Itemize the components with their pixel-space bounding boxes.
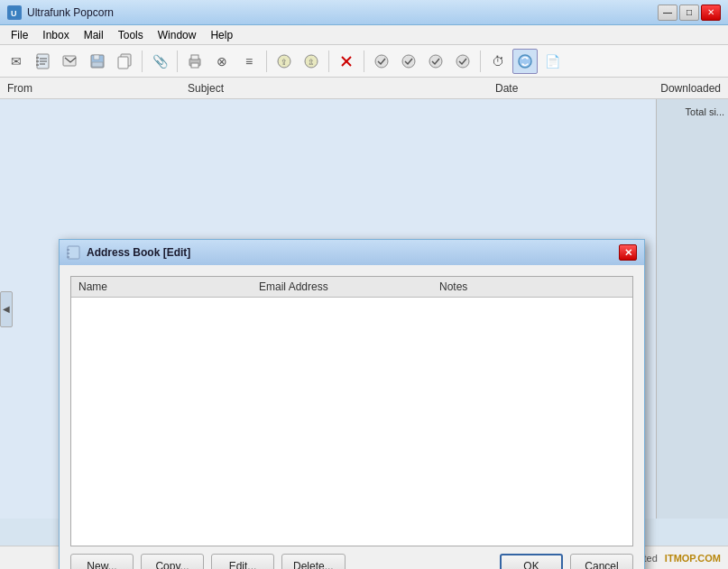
column-headers: From Subject Date Downloaded (0, 78, 728, 99)
table-header: Name Email Address Notes (71, 277, 632, 298)
app-icon: U (7, 5, 22, 20)
compose-button[interactable]: ✉ (4, 49, 29, 74)
svg-rect-12 (92, 62, 103, 67)
menu-inbox[interactable]: Inbox (35, 27, 76, 43)
svg-text:⇪: ⇪ (281, 58, 288, 67)
svg-rect-32 (67, 256, 69, 258)
svg-point-27 (456, 55, 469, 68)
copy-button[interactable] (112, 49, 137, 74)
svg-point-24 (375, 55, 388, 68)
dialog-close-button[interactable]: ✕ (619, 244, 637, 261)
toolbar: ✉ 📎 (0, 45, 728, 78)
separator-1 (142, 50, 143, 72)
menu-tools[interactable]: Tools (111, 27, 151, 43)
dialog-buttons: New... Copy... Edit... Delete... OK Canc… (70, 546, 633, 569)
edit-button[interactable]: Edit... (211, 554, 274, 569)
svg-text:⇫: ⇫ (308, 58, 315, 67)
maximize-button[interactable]: □ (679, 5, 699, 21)
col-date: Date (495, 82, 631, 95)
menu-mail[interactable]: Mail (77, 27, 111, 43)
close-button[interactable]: ✕ (701, 5, 721, 21)
menu-help[interactable]: Help (203, 27, 240, 43)
check2-button[interactable] (396, 49, 421, 74)
dialog-overlay: Address Book [Edit] ✕ Name Email Address… (0, 99, 728, 519)
check3-button[interactable] (423, 49, 448, 74)
dialog-title-icon (67, 245, 81, 260)
dialog-content: Name Email Address Notes New... Copy... … (60, 265, 644, 569)
separator-5 (364, 50, 364, 72)
separator-4 (328, 50, 329, 72)
menu-window[interactable]: Window (151, 27, 204, 43)
watermark: ITMOP.COM (665, 553, 721, 564)
print-button[interactable] (182, 49, 207, 74)
cancel-button[interactable]: Cancel (570, 554, 633, 569)
col-downloaded: Downloaded (631, 82, 721, 95)
delete-button-dialog[interactable]: Delete... (281, 554, 346, 569)
dialog-title-bar: Address Book [Edit] ✕ (60, 240, 644, 265)
svg-rect-17 (191, 63, 198, 68)
address-book-table: Name Email Address Notes (70, 276, 633, 546)
ok-button[interactable]: OK (500, 554, 563, 569)
svg-rect-16 (191, 55, 198, 60)
minimize-button[interactable]: — (658, 5, 677, 21)
dialog-buttons-right: OK Cancel (500, 554, 633, 569)
save-button[interactable] (85, 49, 110, 74)
new-button[interactable]: New... (70, 554, 134, 569)
copy-button-dialog[interactable]: Copy... (141, 554, 204, 569)
svg-text:U: U (11, 9, 17, 18)
svg-rect-4 (36, 60, 39, 62)
svg-rect-31 (67, 252, 69, 254)
svg-rect-11 (94, 55, 99, 60)
timer-button[interactable]: ⏱ (485, 49, 511, 74)
menu-file[interactable]: File (4, 27, 35, 43)
col-name-header: Name (78, 280, 259, 293)
svg-rect-14 (118, 57, 128, 69)
reply-button[interactable] (58, 49, 83, 74)
main-area: ◀ Total si... Address Book [Edit] ✕ (0, 99, 728, 519)
svg-rect-5 (36, 64, 39, 66)
col-notes-header: Notes (439, 280, 625, 293)
svg-rect-30 (67, 249, 69, 251)
col-email-header: Email Address (259, 280, 439, 293)
send2-button[interactable]: ⇫ (299, 49, 324, 74)
table-body (71, 298, 632, 541)
delete-button[interactable] (334, 49, 359, 74)
svg-point-26 (429, 55, 442, 68)
check1-button[interactable] (369, 49, 394, 74)
app-title: Ultrafunk Popcorn (27, 6, 658, 19)
window-controls: — □ ✕ (658, 5, 721, 21)
note-button[interactable]: 📄 (539, 49, 565, 74)
send1-button[interactable]: ⇪ (272, 49, 297, 74)
dialog-buttons-left: New... Copy... Edit... Delete... (70, 554, 346, 569)
address-book-button[interactable] (31, 49, 56, 74)
attachment-button[interactable]: 📎 (147, 49, 172, 74)
separator-6 (480, 50, 481, 72)
title-bar: U Ultrafunk Popcorn — □ ✕ (0, 0, 728, 25)
col-subject: Subject (188, 82, 495, 95)
stop-button[interactable]: ⊗ (209, 49, 235, 74)
svg-rect-3 (36, 57, 39, 59)
sync-button[interactable] (512, 49, 538, 74)
separator-3 (266, 50, 267, 72)
svg-point-25 (402, 55, 415, 68)
menu-bar: File Inbox Mail Tools Window Help (0, 25, 728, 45)
dialog-title-text: Address Book [Edit] (87, 246, 619, 259)
col-from: From (7, 82, 188, 95)
list-button[interactable]: ≡ (236, 49, 262, 74)
check4-button[interactable] (450, 49, 475, 74)
address-book-dialog: Address Book [Edit] ✕ Name Email Address… (59, 239, 645, 569)
separator-2 (177, 50, 178, 72)
